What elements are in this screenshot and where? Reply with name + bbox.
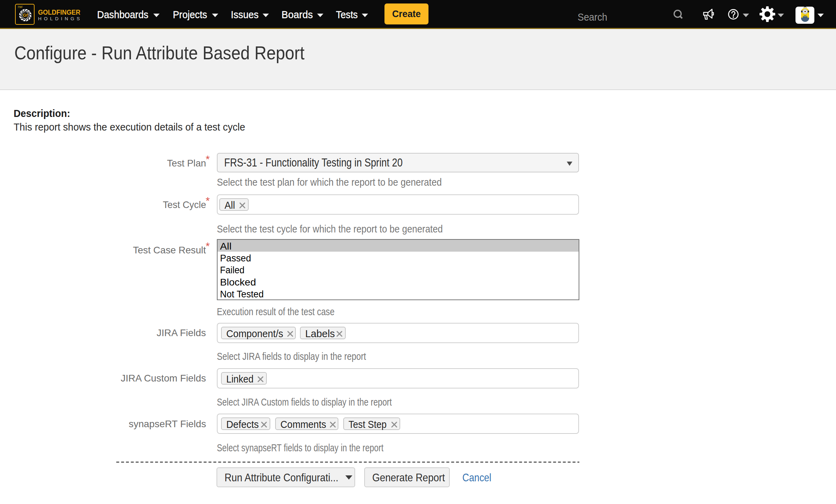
svg-text:Gf: Gf: [23, 13, 28, 18]
